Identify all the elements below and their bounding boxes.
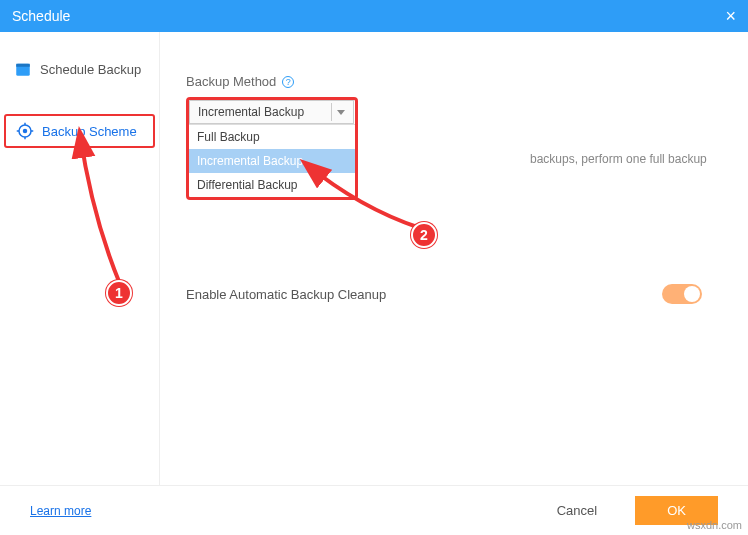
backup-method-dropdown[interactable]: Incremental Backup <box>189 100 354 124</box>
main-panel: Backup Method ? Incremental Backup Full … <box>160 32 748 485</box>
cleanup-row: Enable Automatic Backup Cleanup <box>186 284 722 304</box>
dropdown-selected: Incremental Backup <box>198 105 304 119</box>
dialog-header: Schedule × <box>0 0 748 32</box>
learn-more-link[interactable]: Learn more <box>30 504 91 518</box>
option-full-backup[interactable]: Full Backup <box>189 125 355 149</box>
cleanup-label: Enable Automatic Backup Cleanup <box>186 287 386 302</box>
sidebar-item-schedule-backup[interactable]: Schedule Backup <box>0 52 159 86</box>
chevron-down-icon[interactable] <box>331 103 349 121</box>
svg-point-3 <box>23 129 28 134</box>
dialog-title: Schedule <box>12 8 70 24</box>
sidebar: Schedule Backup Backup Scheme <box>0 32 160 485</box>
sidebar-item-label: Backup Scheme <box>42 124 137 139</box>
callout-2: 2 <box>411 222 437 248</box>
sidebar-item-label: Schedule Backup <box>40 62 141 77</box>
backup-hint: backups, perform one full backup <box>530 152 707 166</box>
svg-rect-1 <box>16 64 30 67</box>
watermark: wsxdn.com <box>687 519 742 531</box>
option-incremental-backup[interactable]: Incremental Backup <box>189 149 355 173</box>
cleanup-toggle[interactable] <box>662 284 702 304</box>
help-icon[interactable]: ? <box>282 76 294 88</box>
backup-method-label: Backup Method ? <box>186 74 722 89</box>
callout-1: 1 <box>106 280 132 306</box>
sidebar-item-backup-scheme[interactable]: Backup Scheme <box>4 114 155 148</box>
option-differential-backup[interactable]: Differential Backup <box>189 173 355 197</box>
dropdown-options: Full Backup Incremental Backup Different… <box>189 124 355 197</box>
close-icon[interactable]: × <box>725 6 736 27</box>
dialog-footer: Learn more Cancel OK <box>0 485 748 535</box>
cancel-button[interactable]: Cancel <box>547 497 607 524</box>
gear-icon <box>16 122 34 140</box>
calendar-icon <box>14 60 32 78</box>
backup-method-dropdown-wrap: Incremental Backup Full Backup Increment… <box>186 97 358 200</box>
